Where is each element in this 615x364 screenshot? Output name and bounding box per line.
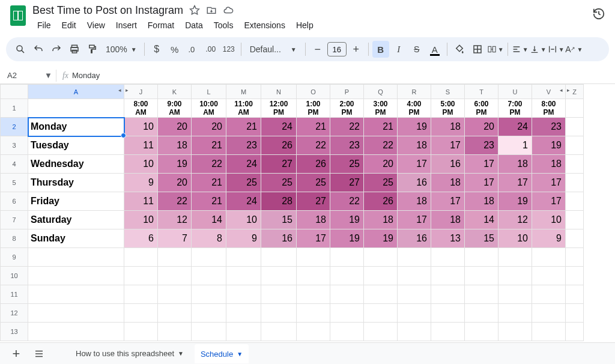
empty-cell[interactable] xyxy=(226,267,261,285)
fill-color-button[interactable] xyxy=(451,41,468,58)
heatmap-cell[interactable]: 20 xyxy=(158,174,192,192)
empty-cell[interactable] xyxy=(532,285,566,304)
heatmap-cell[interactable]: 18 xyxy=(498,155,532,174)
row-header[interactable]: 8 xyxy=(1,229,28,248)
heatmap-cell[interactable]: 21 xyxy=(297,118,330,136)
heatmap-cell[interactable]: 11 xyxy=(124,136,158,155)
heatmap-cell[interactable]: 24 xyxy=(226,192,261,211)
heatmap-cell[interactable]: 10 xyxy=(498,229,532,248)
empty-cell[interactable] xyxy=(364,304,398,323)
empty-cell[interactable] xyxy=(261,323,297,341)
zoom-select[interactable]: 100%▼ xyxy=(102,44,141,54)
empty-cell[interactable] xyxy=(364,323,398,341)
menu-view[interactable]: View xyxy=(82,18,110,32)
heatmap-cell[interactable]: 6 xyxy=(124,229,158,248)
empty-cell[interactable] xyxy=(566,304,584,323)
empty-cell[interactable] xyxy=(398,323,431,341)
heatmap-cell[interactable]: 19 xyxy=(364,229,398,248)
empty-cell[interactable] xyxy=(498,323,532,341)
empty-cell[interactable] xyxy=(158,323,192,341)
name-box[interactable]: A2 xyxy=(0,71,34,80)
heatmap-cell[interactable]: 20 xyxy=(364,155,398,174)
col-header[interactable]: U xyxy=(498,85,532,99)
increase-decimal-icon[interactable]: .00 xyxy=(202,41,219,58)
empty-cell[interactable] xyxy=(398,304,431,323)
row-header[interactable]: 11 xyxy=(1,285,28,304)
empty-cell[interactable] xyxy=(330,304,364,323)
time-header[interactable]: 1:00 PM xyxy=(297,99,330,118)
empty-cell[interactable] xyxy=(226,248,261,267)
currency-icon[interactable]: $ xyxy=(148,41,165,58)
decrease-font-icon[interactable]: − xyxy=(309,41,326,58)
heatmap-cell[interactable]: 18 xyxy=(364,211,398,229)
col-header[interactable]: N xyxy=(261,85,297,99)
heatmap-cell[interactable]: 18 xyxy=(431,174,465,192)
heatmap-cell[interactable]: 10 xyxy=(124,118,158,136)
day-cell[interactable]: Wednesday xyxy=(28,155,124,174)
empty-cell[interactable] xyxy=(398,267,431,285)
empty-cell[interactable] xyxy=(398,248,431,267)
heatmap-cell[interactable]: 25 xyxy=(364,174,398,192)
sheet-tab-howto[interactable]: How to use this spreadsheet▼ xyxy=(70,344,190,363)
heatmap-cell[interactable]: 18 xyxy=(431,211,465,229)
heatmap-cell[interactable]: 26 xyxy=(261,136,297,155)
heatmap-cell[interactable]: 24 xyxy=(498,118,532,136)
empty-cell[interactable] xyxy=(566,267,584,285)
row-header[interactable]: 6 xyxy=(1,192,28,211)
empty-cell[interactable] xyxy=(330,323,364,341)
menu-extensions[interactable]: Extensions xyxy=(239,18,289,32)
col-header[interactable]: P xyxy=(330,85,364,99)
heatmap-cell[interactable]: 15 xyxy=(261,211,297,229)
empty-cell[interactable] xyxy=(124,304,158,323)
heatmap-cell[interactable]: 16 xyxy=(261,229,297,248)
heatmap-cell[interactable]: 22 xyxy=(330,192,364,211)
heatmap-cell[interactable]: 16 xyxy=(431,155,465,174)
text-color-button[interactable]: A xyxy=(426,41,443,58)
heatmap-cell[interactable]: 23 xyxy=(226,136,261,155)
heatmap-cell[interactable]: 25 xyxy=(330,155,364,174)
heatmap-cell[interactable]: 1 xyxy=(498,136,532,155)
day-cell[interactable]: Thursday xyxy=(28,174,124,192)
heatmap-cell[interactable]: 20 xyxy=(465,118,498,136)
name-box-dropdown[interactable]: ▼ xyxy=(44,71,52,80)
empty-cell[interactable] xyxy=(330,248,364,267)
heatmap-cell[interactable]: 17 xyxy=(498,174,532,192)
heatmap-cell[interactable]: 10 xyxy=(532,211,566,229)
empty-cell[interactable] xyxy=(465,267,498,285)
heatmap-cell[interactable]: 22 xyxy=(158,192,192,211)
time-header[interactable]: 12:00 PM xyxy=(261,99,297,118)
row-header[interactable]: 1 xyxy=(1,99,28,118)
empty-cell[interactable] xyxy=(465,248,498,267)
history-icon[interactable] xyxy=(592,7,605,20)
empty-cell[interactable] xyxy=(498,304,532,323)
heatmap-cell[interactable]: 20 xyxy=(158,118,192,136)
empty-cell[interactable] xyxy=(431,248,465,267)
day-cell[interactable]: Sunday xyxy=(28,229,124,248)
heatmap-cell[interactable]: 22 xyxy=(297,136,330,155)
row-header[interactable]: 3 xyxy=(1,136,28,155)
empty-cell[interactable] xyxy=(261,304,297,323)
col-header[interactable]: V◂ xyxy=(532,85,566,99)
font-select[interactable]: Defaul...▼ xyxy=(245,44,301,54)
heatmap-cell[interactable]: 18 xyxy=(158,136,192,155)
heatmap-cell[interactable]: 22 xyxy=(330,118,364,136)
day-cell[interactable]: Tuesday xyxy=(28,136,124,155)
empty-cell[interactable] xyxy=(532,248,566,267)
heatmap-cell[interactable]: 25 xyxy=(261,174,297,192)
row-header[interactable]: 10 xyxy=(1,267,28,285)
heatmap-cell[interactable]: 10 xyxy=(124,211,158,229)
document-title[interactable]: Best Time to Post on Instagram xyxy=(32,4,183,17)
heatmap-cell[interactable]: 23 xyxy=(330,136,364,155)
empty-cell[interactable] xyxy=(498,248,532,267)
empty-cell[interactable] xyxy=(532,323,566,341)
menu-data[interactable]: Data xyxy=(180,18,208,32)
percent-icon[interactable]: % xyxy=(166,41,183,58)
heatmap-cell[interactable]: 11 xyxy=(124,192,158,211)
heatmap-cell[interactable]: 22 xyxy=(364,136,398,155)
empty-cell[interactable] xyxy=(398,285,431,304)
empty-cell[interactable] xyxy=(364,285,398,304)
empty-cell[interactable] xyxy=(28,248,124,267)
empty-cell[interactable] xyxy=(532,304,566,323)
empty-cell[interactable] xyxy=(364,248,398,267)
heatmap-cell[interactable]: 19 xyxy=(532,136,566,155)
